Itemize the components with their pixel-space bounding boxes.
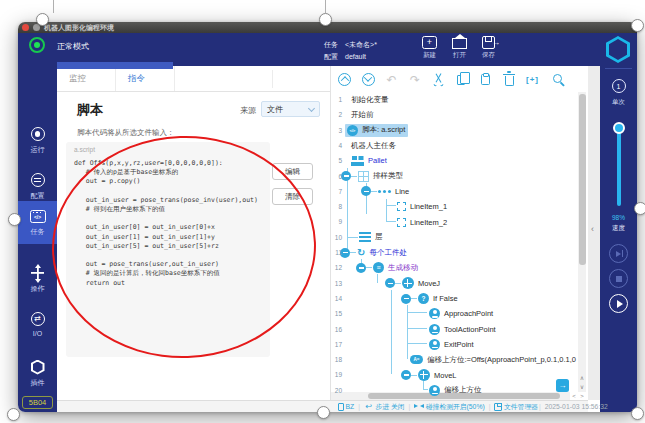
tree-row-label: LineItem_1	[410, 202, 447, 211]
bz-status[interactable]: BZ	[338, 403, 354, 411]
tree-row-2[interactable]: 2开始前	[331, 107, 578, 122]
step-mode-status[interactable]: 步进 关闭	[364, 402, 405, 412]
code-content: def Offs(p,x,y,rz,user=[0,0,0,0,0,0]): #…	[74, 159, 266, 355]
status-label: BZ	[346, 403, 355, 410]
stop-button[interactable]	[609, 269, 628, 288]
row-number: 18	[331, 352, 342, 367]
play-icon	[609, 294, 628, 313]
tab-divider	[272, 70, 273, 88]
speed-slider-knob[interactable]	[613, 122, 625, 134]
tab-instruction[interactable]: 指令	[116, 66, 175, 91]
play-button[interactable]	[609, 294, 628, 313]
tree-row-13[interactable]: 13MoveJ	[331, 276, 578, 291]
scroll-right-icon[interactable]: >	[578, 392, 586, 400]
logo-icon	[606, 36, 630, 63]
tree-row-18[interactable]: 18偏移上方位:=Offs(ApproachPoint_p,0.1,0.1,0	[331, 352, 578, 367]
tree-row-12[interactable]: 12生成移动	[331, 260, 578, 275]
script-code-box[interactable]: a.script def Offs(p,x,y,rz,user=[0,0,0,0…	[66, 142, 270, 357]
tree-row-6[interactable]: 6排样类型	[331, 169, 578, 184]
collapse-minus-icon[interactable]	[401, 294, 411, 304]
edit-button[interactable]: 编辑	[272, 163, 313, 180]
tree-row-17[interactable]: 17ExitPoint	[331, 337, 578, 352]
tree-row-label: 生成移动	[388, 263, 418, 273]
save-button[interactable]: 保存	[482, 36, 495, 60]
collapse-minus-icon[interactable]	[356, 263, 366, 273]
tree-row-label: 开始前	[351, 110, 374, 120]
sidebar-item-plugin[interactable]: 插件	[18, 359, 57, 388]
sidebar-item-label: 运行	[31, 145, 45, 155]
tab-monitor[interactable]: 监控	[57, 66, 116, 91]
tree-row-14[interactable]: 14If False	[331, 291, 578, 306]
sidebar-item-config[interactable]: 配置	[18, 172, 57, 201]
speed-slider[interactable]	[617, 124, 622, 206]
collapse-panel-icon[interactable]	[591, 224, 594, 234]
row-number: 13	[331, 276, 342, 291]
source-select[interactable]: 文件	[261, 101, 320, 117]
waypoint-icon	[429, 324, 440, 335]
window-close-button[interactable]	[22, 24, 29, 31]
tree-row-15[interactable]: 15ApproachPoint	[331, 306, 578, 321]
open-file-icon	[452, 38, 467, 49]
tree-row-5[interactable]: 5Pallet	[331, 153, 578, 168]
waypoint-icon	[429, 339, 440, 350]
tree-row-label: 层	[375, 232, 383, 242]
main-panel: 监控指令 脚本 来源 文件 脚本代码将从所选文件输入： a.script def…	[57, 66, 331, 400]
row-number: 10	[331, 230, 342, 245]
save-file-icon	[482, 36, 495, 49]
status-label: 文件管理器	[504, 402, 538, 412]
new-file-icon	[422, 36, 437, 49]
tree-row-20[interactable]: 20偏移上方位	[331, 383, 578, 398]
collapse-minus-icon[interactable]	[341, 171, 351, 181]
annotation-handle[interactable]	[7, 408, 20, 421]
step-button[interactable]	[609, 244, 628, 263]
annotation-handle[interactable]	[36, 13, 49, 26]
scroll-up-icon[interactable]: ∧	[578, 374, 586, 382]
collapse-minus-icon[interactable]	[385, 278, 395, 288]
tree-row-content: Pallet	[350, 156, 387, 166]
tree-row-label: LineItem_2	[410, 218, 447, 227]
new-button[interactable]: 新建	[422, 36, 437, 60]
annotation-handle[interactable]	[631, 19, 644, 32]
tree-row-10[interactable]: 10层	[331, 230, 578, 245]
scrollbar-thumb[interactable]	[579, 94, 586, 265]
vertical-scrollbar[interactable]	[578, 92, 586, 392]
device-id-badge: 5B04	[22, 396, 53, 409]
tree-row-7[interactable]: 7Line	[331, 184, 578, 199]
tree-row-9[interactable]: 9LineItem_2	[331, 214, 578, 229]
task-icon-glyph	[30, 210, 46, 223]
tree-row-8[interactable]: 8LineItem_1	[331, 199, 578, 214]
divider	[605, 68, 632, 69]
collapse-minus-icon[interactable]	[401, 370, 411, 380]
annotation-handle[interactable]	[631, 407, 644, 420]
single-run-button[interactable]: 1	[600, 79, 637, 93]
annotation-handle[interactable]	[319, 13, 332, 26]
config-label: 配置	[324, 53, 338, 60]
operate-icon	[30, 265, 45, 281]
tree-row-16[interactable]: 16ToolActionPoint	[331, 322, 578, 337]
sidebar-item-task[interactable]: 任务	[18, 201, 57, 244]
file-manager-status[interactable]: 文件管理器	[494, 402, 537, 412]
mode-label: 正常模式	[57, 41, 89, 52]
collapse-minus-icon[interactable]	[361, 186, 371, 196]
tree-row-label: Pallet	[368, 156, 387, 165]
program-tree: ∧ ∨ < > 1初始化变量2开始前3脚本: a.script4机器人主任务5P…	[331, 66, 588, 400]
scroll-down-icon[interactable]: ∨	[578, 383, 586, 391]
annotation-handle[interactable]	[8, 213, 21, 226]
annotation-handle[interactable]	[634, 202, 645, 215]
collision-status[interactable]: 碰撞检测开启(50%)	[414, 402, 484, 412]
tree-row-11[interactable]: 11每个工件处	[331, 245, 578, 260]
sidebar-item-io[interactable]: I/O	[18, 311, 57, 337]
clear-button[interactable]: 清除	[272, 188, 313, 205]
plugin-icon-glyph	[31, 360, 45, 375]
sidebar-item-operate[interactable]: 操作	[18, 265, 57, 294]
annotation-line	[325, 0, 326, 13]
run-icon-glyph	[31, 127, 45, 141]
sidebar-item-run[interactable]: 运行	[18, 126, 57, 155]
tree-row-4[interactable]: 4机器人主任务	[331, 138, 578, 153]
tree-row-1[interactable]: 1初始化变量	[331, 92, 578, 107]
tree-row-3[interactable]: 3脚本: a.script	[331, 123, 578, 138]
open-button[interactable]: 打开	[452, 36, 467, 60]
annotation-handle[interactable]	[317, 406, 330, 419]
chevron-down-icon	[308, 104, 315, 111]
tree-row-19[interactable]: 19MoveL	[331, 367, 578, 382]
